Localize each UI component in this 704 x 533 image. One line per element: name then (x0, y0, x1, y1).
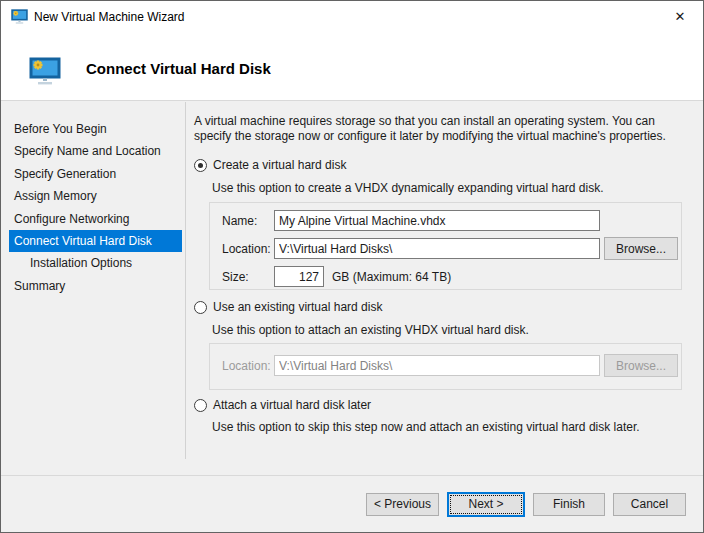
vm-monitor-icon-large (29, 57, 61, 85)
footer-buttons: < Previous Next > Finish Cancel (366, 490, 686, 518)
wizard-steps-sidebar: Before You Begin Specify Name and Locati… (9, 118, 182, 297)
create-disk-option[interactable]: Create a virtual hard disk (194, 158, 346, 172)
name-label: Name: (222, 214, 257, 228)
existing-location-input (274, 355, 600, 376)
sidebar-divider (185, 102, 186, 459)
location-label: Location: (222, 242, 271, 256)
size-input[interactable] (274, 266, 324, 287)
sidebar-item-configure-networking[interactable]: Configure Networking (9, 208, 182, 230)
sidebar-item-before-you-begin[interactable]: Before You Begin (9, 118, 182, 140)
footer-divider (1, 475, 703, 476)
vm-monitor-icon (11, 9, 28, 24)
sidebar-item-connect-virtual-hard-disk[interactable]: Connect Virtual Hard Disk (9, 230, 182, 252)
create-disk-label: Create a virtual hard disk (213, 158, 346, 172)
sidebar-item-installation-options[interactable]: Installation Options (9, 252, 182, 274)
previous-button[interactable]: < Previous (366, 493, 439, 516)
sidebar-item-summary[interactable]: Summary (9, 275, 182, 297)
attach-later-description: Use this option to skip this step now an… (212, 420, 640, 434)
window-chrome: New Virtual Machine Wizard ✕ Connect Vir… (1, 1, 703, 101)
size-label: Size: (222, 270, 249, 284)
sidebar-item-specify-name-and-location[interactable]: Specify Name and Location (9, 140, 182, 162)
existing-disk-label: Use an existing virtual hard disk (213, 300, 382, 314)
existing-disk-groupbox: Location: Browse... (209, 343, 682, 390)
location-input[interactable] (274, 238, 600, 259)
existing-disk-radio[interactable] (194, 301, 207, 314)
existing-browse-button: Browse... (604, 354, 678, 377)
existing-location-label: Location: (222, 359, 271, 373)
page-title: Connect Virtual Hard Disk (86, 60, 271, 77)
browse-button[interactable]: Browse... (604, 237, 678, 260)
attach-later-label: Attach a virtual hard disk later (213, 398, 371, 412)
sidebar-item-specify-generation[interactable]: Specify Generation (9, 163, 182, 185)
close-button[interactable]: ✕ (657, 1, 703, 32)
attach-later-radio[interactable] (194, 399, 207, 412)
sidebar-item-assign-memory[interactable]: Assign Memory (9, 185, 182, 207)
existing-disk-description: Use this option to attach an existing VH… (212, 323, 529, 337)
create-disk-groupbox: Name: Location: Browse... Size: GB (Maxi… (209, 202, 682, 290)
attach-later-option[interactable]: Attach a virtual hard disk later (194, 398, 371, 412)
name-input[interactable] (274, 210, 600, 231)
wizard-window: New Virtual Machine Wizard ✕ Connect Vir… (0, 0, 704, 533)
size-suffix-text: GB (Maximum: 64 TB) (332, 270, 451, 284)
intro-text: A virtual machine requires storage so th… (194, 114, 694, 144)
existing-disk-option[interactable]: Use an existing virtual hard disk (194, 300, 382, 314)
close-icon: ✕ (675, 9, 686, 24)
next-button[interactable]: Next > (447, 492, 525, 517)
create-disk-radio[interactable] (194, 159, 207, 172)
cancel-button[interactable]: Cancel (613, 493, 686, 516)
create-disk-description: Use this option to create a VHDX dynamic… (212, 181, 604, 195)
finish-button[interactable]: Finish (533, 493, 605, 516)
window-title: New Virtual Machine Wizard (34, 10, 185, 24)
